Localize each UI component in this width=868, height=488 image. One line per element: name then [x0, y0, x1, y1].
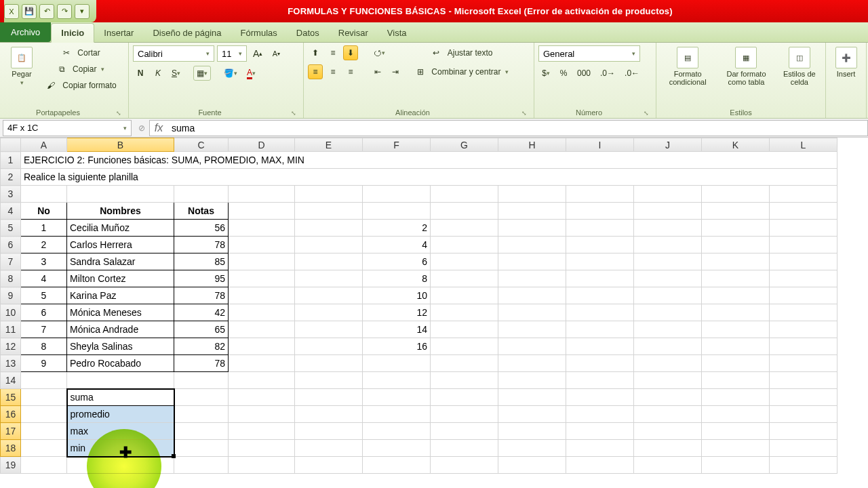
fx-icon[interactable]: fx — [150, 122, 167, 134]
row-17[interactable]: 17 — [1, 423, 21, 440]
cell-F[interactable]: 16 — [363, 338, 431, 355]
cell[interactable] — [634, 457, 702, 474]
cell[interactable] — [566, 355, 634, 372]
cell[interactable] — [229, 270, 295, 287]
cell[interactable] — [566, 304, 634, 321]
cell[interactable] — [295, 287, 363, 304]
cell[interactable] — [702, 355, 770, 372]
cell[interactable] — [229, 237, 295, 253]
cell[interactable] — [229, 389, 295, 406]
cell[interactable] — [566, 321, 634, 338]
cell[interactable] — [498, 203, 566, 220]
col-I[interactable]: I — [566, 138, 634, 152]
cell[interactable] — [770, 186, 837, 203]
cell-suma[interactable]: suma — [67, 389, 174, 406]
fill-color-button[interactable]: 🪣▾ — [220, 66, 241, 81]
align-left-icon[interactable]: ≡ — [308, 64, 323, 79]
cell[interactable] — [566, 237, 634, 253]
cell[interactable] — [295, 270, 363, 287]
row-13[interactable]: 13 — [1, 355, 21, 372]
cell[interactable] — [498, 220, 566, 237]
cell[interactable] — [174, 372, 229, 389]
title-row[interactable]: EJERCICIO 2: Funciones básicas: SUMA, PR… — [21, 152, 837, 169]
cell[interactable] — [702, 186, 770, 203]
tab-vista[interactable]: Vista — [378, 24, 416, 42]
cell[interactable] — [295, 338, 363, 355]
cell[interactable] — [702, 321, 770, 338]
cell[interactable] — [702, 237, 770, 253]
cell[interactable] — [21, 372, 67, 389]
underline-button[interactable]: S▾ — [168, 66, 184, 81]
number-format-combo[interactable]: General▾ — [538, 45, 640, 62]
cell[interactable] — [295, 440, 363, 457]
cell[interactable] — [174, 423, 229, 440]
cell[interactable] — [770, 355, 837, 372]
cell[interactable] — [498, 270, 566, 287]
cell[interactable] — [295, 237, 363, 253]
cell-F[interactable]: 6 — [363, 253, 431, 270]
row-15[interactable]: 15 — [1, 389, 21, 406]
cell-nombre[interactable]: Karina Paz — [67, 287, 174, 304]
font-name-combo[interactable]: Calibri▾ — [133, 45, 214, 62]
cell[interactable] — [67, 372, 174, 389]
cell[interactable] — [770, 423, 837, 440]
cell[interactable] — [770, 372, 837, 389]
cell-nota[interactable]: 82 — [174, 338, 229, 355]
cell[interactable] — [566, 440, 634, 457]
cell[interactable] — [431, 203, 498, 220]
cell[interactable] — [498, 457, 566, 474]
col-D[interactable]: D — [229, 138, 295, 152]
cell-nombre[interactable]: Carlos Herrera — [67, 237, 174, 253]
orientation-icon[interactable]: ⭯▾ — [370, 45, 389, 60]
cell[interactable] — [770, 457, 837, 474]
cell[interactable] — [229, 372, 295, 389]
cell[interactable] — [498, 287, 566, 304]
row-7[interactable]: 7 — [1, 253, 21, 270]
cell[interactable] — [702, 220, 770, 237]
cell[interactable] — [295, 355, 363, 372]
col-E[interactable]: E — [295, 138, 363, 152]
cell[interactable] — [702, 203, 770, 220]
col-J[interactable]: J — [634, 138, 702, 152]
cell[interactable] — [634, 389, 702, 406]
cell[interactable] — [431, 423, 498, 440]
align-bottom-icon[interactable]: ⬇ — [343, 45, 358, 60]
cell[interactable] — [498, 440, 566, 457]
tab-datos[interactable]: Datos — [287, 24, 329, 42]
tab-revisar[interactable]: Revisar — [329, 24, 378, 42]
cell[interactable] — [431, 321, 498, 338]
format-as-table-button[interactable]: ▦Dar formato como tabla — [719, 45, 772, 86]
cell[interactable] — [566, 186, 634, 203]
cell[interactable] — [770, 338, 837, 355]
row-14[interactable]: 14 — [1, 372, 21, 389]
cell[interactable] — [498, 406, 566, 423]
cell-no[interactable]: 5 — [21, 287, 67, 304]
cell-F[interactable]: 8 — [363, 270, 431, 287]
cell[interactable] — [702, 270, 770, 287]
cell[interactable] — [21, 406, 67, 423]
cell-F[interactable] — [363, 355, 431, 372]
format-painter-button[interactable]: 🖌 Copiar formato — [43, 78, 120, 93]
hdr-notas[interactable]: Notas — [174, 203, 229, 220]
cell[interactable] — [174, 186, 229, 203]
cell-nota[interactable]: 78 — [174, 355, 229, 372]
tab-formulas[interactable]: Fórmulas — [231, 24, 287, 42]
row-9[interactable]: 9 — [1, 287, 21, 304]
col-C[interactable]: C — [174, 138, 229, 152]
cell[interactable] — [295, 406, 363, 423]
grow-font-icon[interactable]: A▴ — [250, 46, 266, 61]
cell[interactable] — [566, 338, 634, 355]
row-12[interactable]: 12 — [1, 338, 21, 355]
cell[interactable] — [634, 220, 702, 237]
conditional-format-button[interactable]: ▤Formato condicional — [661, 45, 714, 86]
col-B[interactable]: B — [67, 138, 174, 152]
hdr-no[interactable]: No — [21, 203, 67, 220]
cell[interactable] — [702, 287, 770, 304]
cell[interactable] — [174, 457, 229, 474]
cell-no[interactable]: 6 — [21, 304, 67, 321]
cell[interactable] — [229, 457, 295, 474]
cell[interactable] — [498, 389, 566, 406]
cell-min[interactable]: min — [67, 440, 174, 457]
cell[interactable] — [229, 287, 295, 304]
cell-no[interactable]: 4 — [21, 270, 67, 287]
